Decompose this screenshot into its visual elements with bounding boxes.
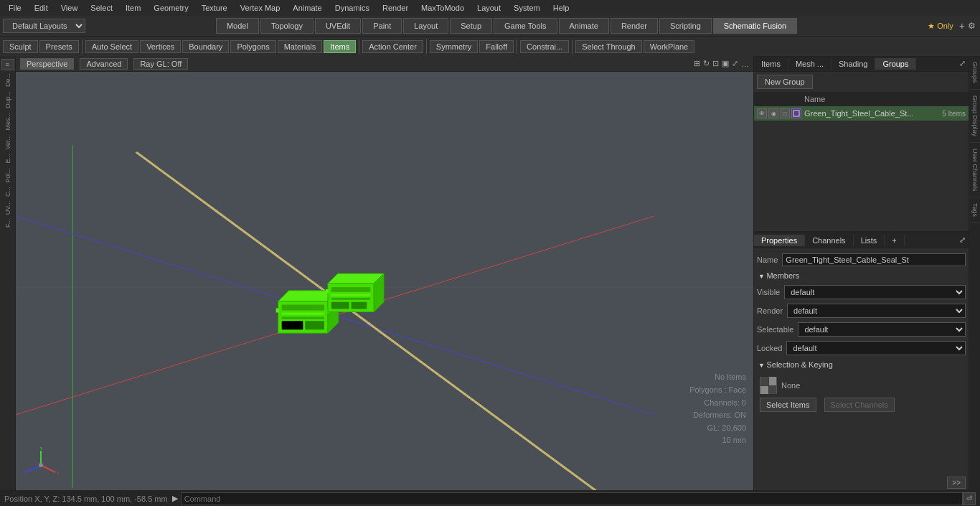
main-toolbar: Sculpt Presets Auto Select Vertices Boun… xyxy=(0,36,980,56)
pt-tab-lists[interactable]: Lists xyxy=(854,235,885,246)
menu-dynamics[interactable]: Dynamics xyxy=(329,2,375,14)
rvt-group-display[interactable]: Group Display xyxy=(970,90,980,143)
left-sidebar-btn-1[interactable]: ≡ xyxy=(1,59,14,70)
rp-tab-items[interactable]: Items xyxy=(754,58,788,70)
new-group-button[interactable]: New Group xyxy=(757,75,813,89)
left-label-pol: Pol... xyxy=(4,167,11,184)
rp-tab-groups[interactable]: Groups xyxy=(875,58,916,70)
tab-uvedit[interactable]: UVEdit xyxy=(315,18,361,34)
add-layout-button[interactable]: + xyxy=(959,20,965,32)
menu-help[interactable]: Help xyxy=(547,2,575,14)
viewport[interactable]: Perspective Advanced Ray GL: Off ⊞ ↻ ⊡ ▣… xyxy=(16,56,753,490)
members-section-header[interactable]: Members xyxy=(757,268,966,283)
tab-schematic-fusion[interactable]: Schematic Fusion xyxy=(713,18,797,34)
constraints-button[interactable]: Constrai... xyxy=(520,40,569,53)
command-exec-button[interactable]: ⏎ xyxy=(963,492,976,505)
properties-tabs: Properties Channels Lists + ⤢ xyxy=(754,233,969,248)
menu-maxtomodo[interactable]: MaxToModo xyxy=(415,2,470,14)
viewport-icon-camera[interactable]: ⊡ xyxy=(712,59,719,68)
presets-button[interactable]: Presets xyxy=(39,40,79,53)
command-input[interactable] xyxy=(181,492,963,505)
props-expand-icon[interactable]: ⤢ xyxy=(959,235,966,245)
group-lock-icon[interactable]: □ xyxy=(780,108,790,118)
tab-setup[interactable]: Setup xyxy=(450,18,492,34)
props-expand-button[interactable]: >> xyxy=(947,477,966,489)
menu-view[interactable]: View xyxy=(55,2,84,14)
menu-edit[interactable]: Edit xyxy=(29,2,54,14)
star-only-label[interactable]: ★ Only xyxy=(928,22,953,31)
selectable-select[interactable]: default xyxy=(798,322,966,337)
group-row-1[interactable]: 👁 ◉ □ Green_Tight_Steel_Cable_St... 5 It… xyxy=(754,106,969,121)
menu-file[interactable]: File xyxy=(3,2,27,14)
rp-tab-mesh[interactable]: Mesh ... xyxy=(788,58,831,70)
name-input[interactable] xyxy=(782,253,966,266)
toolbar-separator-3 xyxy=(426,39,427,54)
locked-label: Locked xyxy=(757,344,782,352)
menu-geometry[interactable]: Geometry xyxy=(148,2,194,14)
boundary-button[interactable]: Boundary xyxy=(182,40,229,53)
vertices-button[interactable]: Vertices xyxy=(140,40,181,53)
tab-game-tools[interactable]: Game Tools xyxy=(494,18,557,34)
svg-rect-25 xyxy=(352,302,367,309)
falloff-button[interactable]: Falloff xyxy=(479,40,514,53)
symmetry-button[interactable]: Symmetry xyxy=(430,40,479,53)
status-deformers: Deformers: ON xyxy=(689,409,746,422)
polygons-button[interactable]: Polygons xyxy=(230,40,275,53)
locked-select[interactable]: default xyxy=(786,341,966,355)
layout-selector[interactable]: Default Layouts xyxy=(3,19,85,33)
menu-animate[interactable]: Animate xyxy=(287,2,327,14)
viewport-icon-refresh[interactable]: ↻ xyxy=(703,59,710,68)
tab-layout[interactable]: Layout xyxy=(403,18,448,34)
menu-render[interactable]: Render xyxy=(377,2,414,14)
svg-rect-12 xyxy=(282,312,324,314)
tab-scripting[interactable]: Scripting xyxy=(659,18,712,34)
render-select[interactable]: default xyxy=(787,304,966,318)
visible-select[interactable]: default xyxy=(784,285,966,299)
materials-button[interactable]: Materials xyxy=(278,40,323,53)
workplane-button[interactable]: WorkPlane xyxy=(644,40,695,53)
vp-tab-perspective[interactable]: Perspective xyxy=(20,58,74,70)
group-eye-icon[interactable]: 👁 xyxy=(757,108,767,118)
rvt-groups[interactable]: Groups xyxy=(970,56,980,90)
tab-animate[interactable]: Animate xyxy=(559,18,609,34)
menu-layout[interactable]: Layout xyxy=(471,2,507,14)
rvt-user-channels[interactable]: User Channels xyxy=(970,143,980,198)
tab-paint[interactable]: Paint xyxy=(362,18,402,34)
sk-cell-1 xyxy=(760,377,768,385)
layout-settings-icon[interactable]: ⚙ xyxy=(968,21,976,31)
viewport-icon-more[interactable]: … xyxy=(741,60,749,68)
group-render-icon[interactable]: ◉ xyxy=(768,108,778,118)
locked-property-row: Locked default xyxy=(757,339,966,357)
action-center-button[interactable]: Action Center xyxy=(362,40,423,53)
select-items-button[interactable]: Select Items xyxy=(760,398,816,412)
rp-tab-shading[interactable]: Shading xyxy=(831,58,875,70)
pt-tab-channels[interactable]: Channels xyxy=(805,235,853,246)
svg-rect-21 xyxy=(331,287,370,292)
vp-tab-advanced[interactable]: Advanced xyxy=(80,58,128,70)
svg-rect-0 xyxy=(16,74,753,487)
group-type-icon[interactable] xyxy=(791,108,801,118)
viewport-icon-frame[interactable]: ⊞ xyxy=(694,59,700,68)
menu-system[interactable]: System xyxy=(508,2,546,14)
sel-keying-section-header[interactable]: Selection & Keying xyxy=(757,357,966,372)
tab-render[interactable]: Render xyxy=(611,18,658,34)
tab-model[interactable]: Model xyxy=(216,18,259,34)
menu-select[interactable]: Select xyxy=(85,2,118,14)
pt-tab-properties[interactable]: Properties xyxy=(754,235,805,246)
status-gl: GL: 20,600 xyxy=(689,422,746,435)
menu-item[interactable]: Item xyxy=(120,2,146,14)
pt-tab-add[interactable]: + xyxy=(885,235,904,246)
menu-vertex-map[interactable]: Vertex Map xyxy=(235,2,286,14)
tab-topology[interactable]: Topology xyxy=(260,18,314,34)
sculpt-button[interactable]: Sculpt xyxy=(3,40,38,53)
viewport-icon-expand[interactable]: ⤢ xyxy=(732,59,738,68)
select-channels-button[interactable]: Select Channels xyxy=(824,398,895,412)
rp-expand-icon[interactable]: ⤢ xyxy=(959,59,966,68)
menu-texture[interactable]: Texture xyxy=(196,2,233,14)
select-through-button[interactable]: Select Through xyxy=(575,40,641,53)
viewport-icon-render[interactable]: ▣ xyxy=(722,59,729,68)
vp-tab-raygl[interactable]: Ray GL: Off xyxy=(133,58,188,70)
rvt-tags[interactable]: Tags xyxy=(970,197,980,223)
items-button[interactable]: Items xyxy=(324,40,356,53)
auto-select-button[interactable]: Auto Select xyxy=(85,40,138,53)
